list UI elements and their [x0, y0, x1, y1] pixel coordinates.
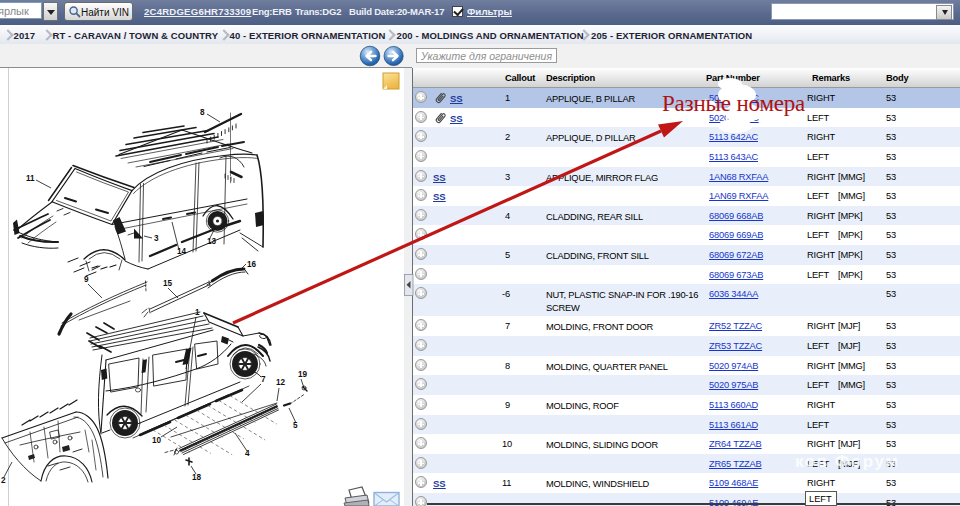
svg-text:2: 2 [1, 476, 6, 485]
